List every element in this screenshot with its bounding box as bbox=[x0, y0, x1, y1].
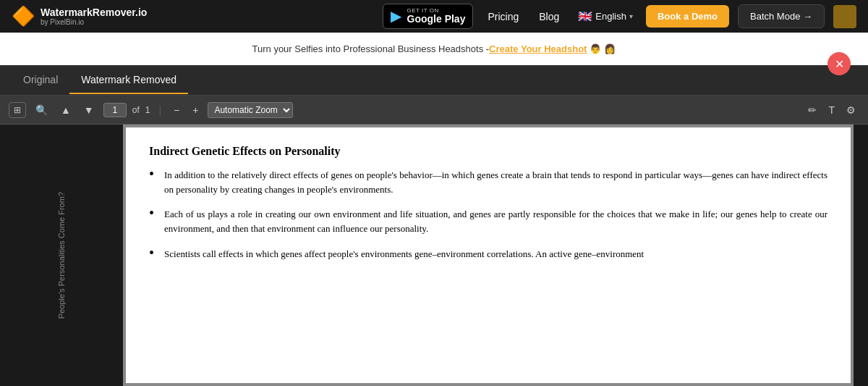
logo-main: WatermarkRemover.io bbox=[41, 7, 147, 19]
sidebar-rotated-text: People's Personalities Come From? bbox=[57, 192, 66, 319]
zoom-selector[interactable]: Automatic Zoom bbox=[208, 102, 293, 118]
left-sidebar: People's Personalities Come From? bbox=[0, 125, 123, 386]
promo-banner: Turn your Selfies into Professional Busi… bbox=[0, 33, 868, 65]
document-area: Indirect Genetic Effects on Personality … bbox=[123, 125, 854, 386]
page-total-label: 1 bbox=[145, 105, 150, 115]
banner-text: Turn your Selfies into Professional Busi… bbox=[252, 43, 490, 54]
bullet-text-2: Each of us plays a role in creating our … bbox=[164, 207, 827, 236]
sidebar-toggle-button[interactable]: ⊞ bbox=[9, 102, 26, 118]
toolbar-right-tools: ✏ T ⚙ bbox=[804, 103, 859, 117]
text-tool-button[interactable]: T bbox=[825, 103, 838, 117]
batch-mode-label: Batch Mode → bbox=[750, 11, 812, 22]
next-page-button[interactable]: ▼ bbox=[80, 103, 98, 117]
right-panel bbox=[854, 125, 868, 386]
banner-emoji-1: 👨 bbox=[590, 43, 601, 54]
page-number-input[interactable] bbox=[103, 103, 127, 117]
chevron-down-icon: ▾ bbox=[629, 12, 633, 20]
bullet-text-3: Scientists call effects in which genes a… bbox=[164, 247, 644, 261]
sidebar-icon: ⊞ bbox=[14, 105, 21, 115]
bullet-dot-1: • bbox=[149, 166, 154, 182]
document-page: Indirect Genetic Effects on Personality … bbox=[126, 127, 851, 383]
bullet-text-1: In addition to the relatively direct eff… bbox=[164, 168, 827, 197]
logo-text: WatermarkRemover.io by PixelBin.io bbox=[41, 7, 147, 27]
bullet-item-2: • Each of us plays a role in creating ou… bbox=[149, 207, 827, 236]
pen-tool-button[interactable]: ✏ bbox=[804, 103, 820, 117]
book-demo-button[interactable]: Book a Demo bbox=[646, 5, 729, 28]
bullet-item-3: • Scientists call effects in which genes… bbox=[149, 247, 827, 261]
tab-original[interactable]: Original bbox=[12, 67, 69, 94]
doc-title: Indirect Genetic Effects on Personality bbox=[149, 145, 827, 158]
tabs-bar: Original Watermark Removed bbox=[0, 65, 868, 96]
nav-pricing[interactable]: Pricing bbox=[482, 11, 524, 22]
content-area: People's Personalities Come From? Indire… bbox=[0, 125, 868, 386]
headshot-link[interactable]: Create Your Headshot bbox=[489, 43, 587, 54]
batch-mode-button[interactable]: Batch Mode → bbox=[738, 4, 825, 28]
language-label: English bbox=[595, 11, 626, 22]
google-play-button[interactable]: ▶ GET IT ON Google Play bbox=[383, 4, 474, 28]
nav-blog[interactable]: Blog bbox=[533, 11, 565, 22]
prev-page-button[interactable]: ▲ bbox=[57, 103, 75, 117]
google-play-icon: ▶ bbox=[391, 7, 401, 25]
header: 🔶 WatermarkRemover.io by PixelBin.io ▶ G… bbox=[0, 0, 868, 33]
banner-emoji-2: 👩 bbox=[604, 43, 616, 54]
logo-sub: by PixelBin.io bbox=[41, 18, 147, 26]
document-toolbar: ⊞ 🔍 ▲ ▼ of 1 | − + Automatic Zoom ✏ T ⚙ bbox=[0, 96, 868, 125]
bullet-dot-3: • bbox=[149, 245, 154, 261]
zoom-in-button[interactable]: + bbox=[189, 103, 202, 117]
search-button[interactable]: 🔍 bbox=[32, 103, 51, 117]
logo-icon: 🔶 bbox=[12, 5, 35, 28]
page-of-label: of bbox=[132, 105, 140, 115]
tab-watermark-removed[interactable]: Watermark Removed bbox=[69, 67, 188, 94]
close-button[interactable]: ✕ bbox=[827, 52, 851, 75]
google-play-name-label: Google Play bbox=[407, 14, 466, 25]
main-area: Original Watermark Removed ⊞ 🔍 ▲ ▼ of 1 … bbox=[0, 65, 868, 386]
separator-1: | bbox=[156, 104, 164, 116]
settings-tool-button[interactable]: ⚙ bbox=[843, 103, 859, 117]
logo-area: 🔶 WatermarkRemover.io by PixelBin.io bbox=[12, 5, 147, 28]
bullet-item-1: • In addition to the relatively direct e… bbox=[149, 168, 827, 197]
flag-icon: 🇬🇧 bbox=[578, 9, 592, 23]
language-selector[interactable]: 🇬🇧 English ▾ bbox=[574, 9, 637, 23]
bullet-dot-2: • bbox=[149, 205, 154, 222]
avatar[interactable] bbox=[833, 5, 856, 28]
zoom-out-button[interactable]: − bbox=[170, 103, 183, 117]
google-play-text: GET IT ON Google Play bbox=[407, 7, 466, 25]
